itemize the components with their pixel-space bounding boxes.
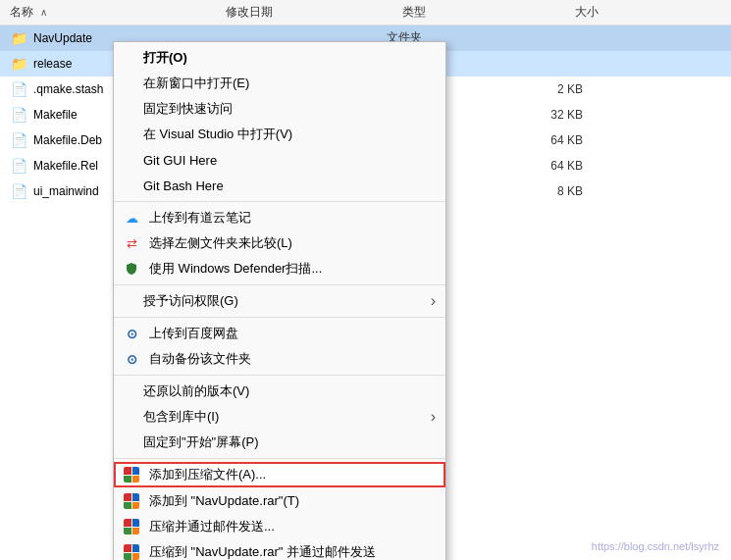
- file-size: 64 KB: [514, 133, 593, 147]
- menu-separator: [114, 375, 445, 376]
- menu-youdao[interactable]: ☁ 上传到有道云笔记: [114, 205, 445, 230]
- menu-pin-quick[interactable]: 固定到快速访问: [114, 96, 445, 122]
- menu-open-vs[interactable]: 在 Visual Studio 中打开(V): [114, 122, 445, 147]
- col-type-header[interactable]: 类型: [402, 4, 530, 21]
- menu-add-rar[interactable]: 添加到 "NavUpdate.rar"(T): [114, 488, 445, 514]
- col-name-header[interactable]: 名称 ∧: [10, 4, 226, 21]
- baidu-icon: ⊙: [122, 324, 141, 343]
- file-size: 8 KB: [514, 184, 593, 198]
- winrar-icon-3: [122, 517, 141, 536]
- menu-include-lib[interactable]: 包含到库中(I): [114, 404, 445, 430]
- file-size: 64 KB: [514, 159, 593, 173]
- compare-icon: ⇄: [122, 233, 141, 253]
- winrar-icon: [122, 465, 141, 484]
- menu-open-new-window[interactable]: 在新窗口中打开(E): [114, 71, 445, 96]
- menu-git-bash[interactable]: Git Bash Here: [114, 173, 445, 198]
- menu-compress-rar-email[interactable]: 压缩到 "NavUpdate.rar" 并通过邮件发送: [114, 539, 445, 560]
- file-icon: 📄: [10, 182, 27, 200]
- sort-arrow: ∧: [40, 7, 47, 18]
- folder-icon: 📁: [10, 29, 27, 47]
- folder-icon: 📁: [10, 55, 27, 73]
- menu-baidu-upload[interactable]: ⊙ 上传到百度网盘: [114, 321, 445, 346]
- menu-pin-start[interactable]: 固定到"开始"屏幕(P): [114, 430, 445, 455]
- watermark: https://blog.csdn.net/lsyrhz: [592, 540, 719, 552]
- col-date-header[interactable]: 修改日期: [226, 4, 402, 21]
- menu-restore[interactable]: 还原以前的版本(V): [114, 379, 445, 404]
- menu-add-archive[interactable]: 添加到压缩文件(A)...: [114, 462, 445, 487]
- cloud-icon: ☁: [122, 208, 141, 228]
- menu-access[interactable]: 授予访问权限(G): [114, 288, 445, 314]
- file-size: 32 KB: [514, 108, 593, 122]
- menu-compress-email[interactable]: 压缩并通过邮件发送...: [114, 514, 445, 539]
- menu-open[interactable]: 打开(O): [114, 45, 445, 71]
- column-headers: 名称 ∧ 修改日期 类型 大小: [0, 0, 731, 25]
- menu-defender[interactable]: 使用 Windows Defender扫描...: [114, 256, 445, 281]
- menu-baidu-backup[interactable]: ⊙ 自动备份该文件夹: [114, 346, 445, 372]
- menu-separator: [114, 284, 445, 285]
- explorer-window: 名称 ∧ 修改日期 类型 大小 📁 NavUpdate 文件夹 📁 releas…: [0, 0, 731, 560]
- menu-git-gui[interactable]: Git GUI Here: [114, 147, 445, 173]
- file-icon: 📄: [10, 157, 27, 175]
- baidu-icon-2: ⊙: [122, 349, 141, 369]
- shield-icon: [122, 259, 141, 279]
- file-icon: 📄: [10, 106, 27, 124]
- col-size-header[interactable]: 大小: [530, 4, 608, 21]
- winrar-icon-4: [122, 542, 141, 560]
- menu-separator: [114, 201, 445, 202]
- menu-compare[interactable]: ⇄ 选择左侧文件夹来比较(L): [114, 230, 445, 256]
- file-size: 2 KB: [514, 82, 593, 96]
- menu-separator: [114, 317, 445, 318]
- menu-separator: [114, 458, 445, 459]
- file-icon: 📄: [10, 80, 27, 98]
- file-icon: 📄: [10, 131, 27, 149]
- context-menu: 打开(O) 在新窗口中打开(E) 固定到快速访问 在 Visual Studio…: [113, 41, 446, 560]
- winrar-icon-2: [122, 491, 141, 511]
